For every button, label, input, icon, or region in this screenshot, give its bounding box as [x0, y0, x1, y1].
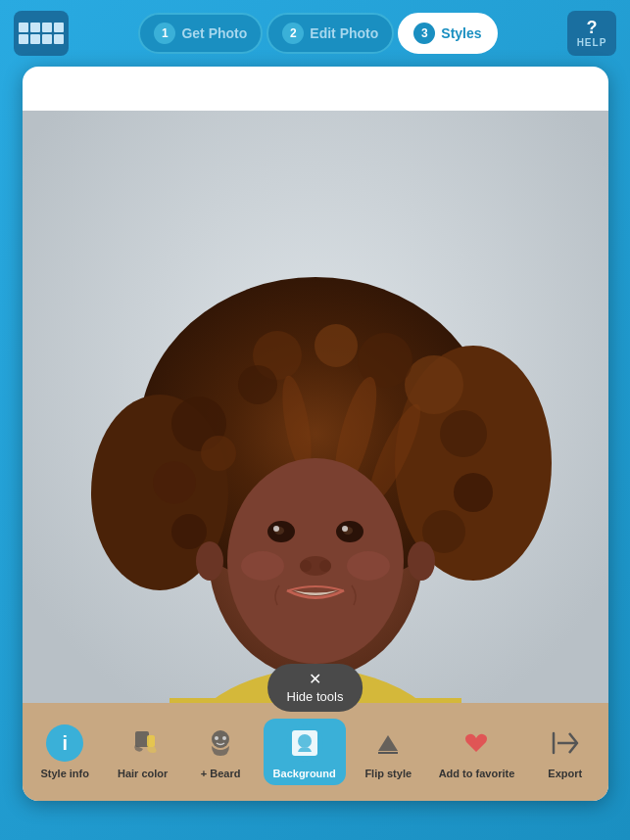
favorite-tool[interactable]: Add to favorite [431, 719, 523, 785]
step-1-label: Get Photo [181, 25, 247, 41]
step-2-label: Edit Photo [310, 25, 378, 41]
style-info-label: Style info [40, 768, 89, 779]
step-styles[interactable]: 3 Styles [398, 13, 497, 54]
step-3-label: Styles [441, 25, 481, 41]
hair-color-icon [124, 724, 162, 762]
beard-tool[interactable]: + Beard [185, 719, 256, 785]
help-button[interactable]: ? HELP [567, 11, 616, 56]
step-edit-photo[interactable]: 2 Edit Photo [267, 13, 394, 54]
flip-style-label: Flip style [364, 768, 412, 779]
svg-point-36 [347, 551, 390, 581]
step-1-circle: 1 [154, 23, 175, 44]
background-tool[interactable]: Background [264, 719, 346, 785]
svg-point-12 [440, 410, 487, 457]
step-2-circle: 2 [282, 23, 304, 44]
hair-color-label: Hair color [118, 768, 168, 779]
style-info-tool[interactable]: i Style info [29, 719, 100, 785]
background-label: Background [273, 768, 336, 779]
svg-point-33 [196, 541, 223, 581]
help-label: HELP [577, 37, 607, 48]
svg-point-28 [273, 526, 279, 532]
hair-color-tool[interactable]: Hair color [108, 719, 178, 785]
tools-bar: i Style info Hair color [23, 703, 608, 801]
svg-point-13 [454, 473, 493, 512]
step-navigation: 1 Get Photo 2 Edit Photo 3 Styles [138, 13, 497, 54]
step-3-circle: 3 [413, 23, 435, 44]
svg-point-9 [153, 461, 196, 504]
favorite-icon [458, 724, 495, 762]
svg-point-31 [300, 560, 312, 572]
svg-point-18 [201, 436, 236, 471]
style-info-icon: i [46, 724, 83, 762]
step-get-photo[interactable]: 1 Get Photo [138, 13, 263, 54]
toolbar: ✕ Hide tools i Style info [23, 683, 608, 801]
flip-style-icon [369, 724, 407, 762]
export-tool[interactable]: Export [530, 719, 601, 785]
favorite-label: Add to favorite [439, 768, 515, 779]
export-icon [547, 724, 584, 762]
logo-icon[interactable] [14, 11, 69, 56]
svg-point-15 [315, 324, 358, 367]
close-x-icon: ✕ [309, 672, 321, 687]
svg-point-29 [342, 526, 348, 532]
svg-point-43 [298, 734, 312, 748]
svg-point-40 [215, 736, 218, 740]
beard-icon [202, 724, 239, 762]
svg-rect-37 [135, 731, 149, 747]
header: 1 Get Photo 2 Edit Photo 3 Styles ? HELP [0, 0, 630, 67]
svg-rect-38 [147, 735, 155, 747]
svg-point-17 [238, 365, 277, 404]
svg-point-34 [408, 541, 435, 581]
background-icon [286, 724, 323, 762]
svg-point-39 [212, 730, 229, 748]
svg-marker-44 [378, 735, 398, 751]
hide-tools-button[interactable]: ✕ Hide tools [267, 664, 363, 712]
export-label: Export [548, 768, 582, 779]
flip-style-tool[interactable]: Flip style [353, 719, 423, 785]
svg-point-41 [222, 736, 226, 740]
hide-tools-label: Hide tools [287, 689, 344, 704]
beard-label: + Beard [201, 768, 241, 779]
svg-point-10 [171, 514, 207, 549]
svg-point-32 [319, 560, 331, 572]
help-question-mark: ? [586, 19, 597, 36]
svg-point-35 [241, 551, 284, 581]
main-photo-area: ✕ Hide tools i Style info [23, 67, 608, 801]
